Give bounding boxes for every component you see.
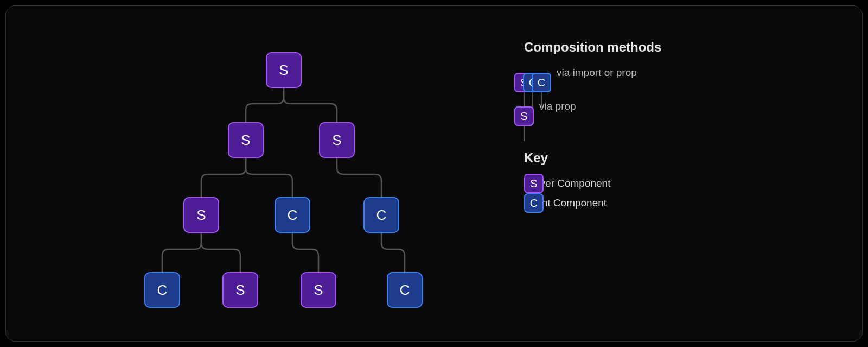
node-label: S bbox=[241, 132, 250, 149]
node-label: C bbox=[288, 207, 298, 224]
tree-node-l3a: C bbox=[144, 272, 180, 308]
tree-node-l2a: S bbox=[183, 197, 219, 233]
tree-node-l1a: S bbox=[228, 122, 264, 158]
connector bbox=[524, 126, 525, 141]
key-swatch-server: S bbox=[524, 174, 544, 193]
composition-row-1: S S S C C C via import or prop bbox=[524, 67, 828, 79]
key-row-server: S Server Component bbox=[524, 178, 828, 190]
tree-node-root: S bbox=[266, 52, 302, 88]
tree-connectors bbox=[6, 6, 521, 347]
key-row-client: C Client Component bbox=[524, 197, 828, 209]
tree-node-l3c: S bbox=[301, 272, 336, 308]
tree-node-l2b: C bbox=[275, 197, 310, 233]
connector bbox=[541, 92, 542, 108]
node-label: C bbox=[157, 282, 168, 299]
node-label: S bbox=[530, 178, 537, 190]
node-label: S bbox=[279, 62, 288, 79]
node-label: S bbox=[196, 207, 206, 224]
tree-node-l1b: S bbox=[319, 122, 355, 158]
tree-node-l3b: S bbox=[222, 272, 258, 308]
pair-node-bottom: S bbox=[514, 106, 534, 126]
diagram-frame: S S S S C C C S S C Composition methods … bbox=[5, 5, 863, 342]
node-label: S bbox=[520, 110, 527, 123]
key-swatch-client: C bbox=[524, 193, 544, 213]
node-label: S bbox=[332, 132, 341, 149]
node-label: S bbox=[235, 282, 245, 299]
info-column: Composition methods S S S C C C bbox=[524, 40, 828, 217]
node-label: S bbox=[314, 282, 323, 299]
composition-heading: Composition methods bbox=[524, 40, 828, 55]
composition-row-2: C S via prop bbox=[524, 100, 828, 112]
connector bbox=[532, 92, 533, 108]
caption-import-or-prop: via import or prop bbox=[557, 67, 637, 79]
tree-node-l2c: C bbox=[363, 197, 399, 233]
key-heading: Key bbox=[524, 150, 828, 166]
key-section: Key S Server Component C Client Componen… bbox=[524, 150, 828, 209]
node-label: C bbox=[538, 77, 545, 89]
caption-via-prop: via prop bbox=[539, 100, 576, 112]
node-label: C bbox=[530, 197, 538, 210]
connector bbox=[524, 92, 525, 108]
pair-node-bottom: C bbox=[532, 73, 551, 92]
tree-node-l3d: C bbox=[387, 272, 423, 308]
node-label: C bbox=[376, 207, 387, 224]
component-tree: S S S S C C C S S C bbox=[6, 6, 521, 347]
node-label: C bbox=[400, 282, 410, 299]
